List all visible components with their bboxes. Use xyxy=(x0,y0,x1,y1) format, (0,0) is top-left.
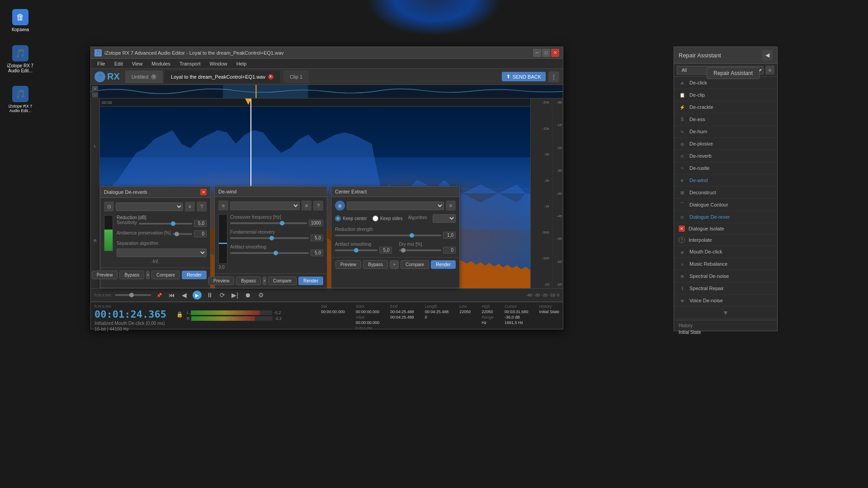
module-dialogue-contour[interactable]: ⌒ Dialogue Contour xyxy=(674,199,777,211)
module-spectral-repair[interactable]: ⌇ Spectral Repair xyxy=(674,282,777,295)
zoom-slider[interactable] xyxy=(115,294,151,296)
reduction-strength-thumb[interactable] xyxy=(410,233,414,238)
compare-btn-de-reverb[interactable]: Compare xyxy=(151,271,180,279)
menu-transport[interactable]: Transport xyxy=(176,60,204,67)
fundamental-thumb[interactable] xyxy=(269,236,274,240)
dewind-icon-btn[interactable]: ≡ xyxy=(218,201,228,211)
toolbar-extra-btn[interactable]: ⋮ xyxy=(548,71,559,82)
keep-center-radio[interactable] xyxy=(335,216,341,221)
module-deconstruct[interactable]: ⊞ Deconstruct xyxy=(674,187,777,199)
module-voice-de-noise[interactable]: ≋ Voice De-noise xyxy=(674,295,777,307)
tab-untitled[interactable]: Untitled ✕ xyxy=(125,70,163,83)
tab-main-close[interactable]: ✕ xyxy=(268,74,274,80)
sensitivity-slider[interactable] xyxy=(139,223,192,225)
desktop-icon-rx7-1[interactable]: 🎵 iZotope RX 7 Audio Edit... xyxy=(5,45,36,73)
artifact-slider-ce[interactable] xyxy=(335,249,377,251)
add-btn-dewind[interactable]: + xyxy=(263,277,266,285)
zoom-thumb[interactable] xyxy=(129,293,134,297)
prev-btn[interactable]: ◀ xyxy=(180,291,189,300)
ambience-slider[interactable] xyxy=(173,233,192,235)
snap-btn[interactable]: 📌 xyxy=(155,291,164,300)
sensitivity-thumb[interactable] xyxy=(171,221,175,226)
waveform-ctrl-1[interactable]: ✕ xyxy=(92,86,98,91)
crossover-thumb[interactable] xyxy=(280,221,284,225)
artifact-slider-dewind[interactable] xyxy=(230,252,309,254)
tab-main-file[interactable]: Loyal to the dream_PeakControl+EQ1.wav ✕ xyxy=(165,70,280,83)
module-de-crackle[interactable]: ⚡ De-crackle xyxy=(674,101,777,113)
keep-sides-radio[interactable] xyxy=(373,216,378,221)
preview-btn-ce[interactable]: Preview xyxy=(335,260,362,269)
tab-untitled-close[interactable]: ✕ xyxy=(151,74,156,80)
module-mouth-de-click[interactable]: ⌀ Mouth De-click xyxy=(674,246,777,258)
module-de-hum[interactable]: ∿ De-hum xyxy=(674,126,777,138)
next-btn[interactable]: ▶| xyxy=(231,291,240,300)
module-expand-btn[interactable]: ▼ xyxy=(674,307,777,319)
fundamental-slider[interactable] xyxy=(230,237,309,239)
desktop-icon-recycle[interactable]: 🗑 Корзина xyxy=(5,9,36,32)
preset-select-center-extract[interactable] xyxy=(347,202,444,210)
keep-center-label[interactable]: Keep center xyxy=(335,216,367,221)
loop-btn[interactable]: ⟳ xyxy=(218,291,227,300)
desktop-icon-rx7-2[interactable]: 🎵 iZotope RX 7Audio Edit... xyxy=(5,86,36,113)
artifact-thumb-ce[interactable] xyxy=(354,248,359,253)
render-btn-de-reverb[interactable]: Render xyxy=(182,271,207,279)
repair-back-btn[interactable]: ◀ xyxy=(762,50,773,61)
ambience-thumb[interactable] xyxy=(175,232,179,236)
module-spectral-de-noise[interactable]: ≋ Spectral De-noise xyxy=(674,270,777,282)
module-interpolate[interactable]: ? Interpolate xyxy=(674,235,777,246)
module-music-rebalance[interactable]: ♪ Music Rebalance xyxy=(674,258,777,270)
send-back-button[interactable]: ⬆ SEND BACK xyxy=(502,72,546,81)
preset-select-de-reverb[interactable] xyxy=(116,202,183,211)
go-start-btn[interactable]: ⏮ xyxy=(167,291,176,300)
module-de-rustle[interactable]: ~ De-rustle xyxy=(674,162,777,174)
menu-file[interactable]: File xyxy=(94,60,109,67)
close-button[interactable]: ✕ xyxy=(551,49,559,57)
render-btn-ce[interactable]: Render xyxy=(431,260,456,269)
menu-window[interactable]: Window xyxy=(206,60,231,67)
add-btn-ce[interactable]: + xyxy=(390,260,399,269)
maximize-button[interactable]: □ xyxy=(542,49,550,57)
panel-help-icon[interactable]: ? xyxy=(197,202,207,211)
module-de-reverb[interactable]: ⊂ De-reverb xyxy=(674,150,777,162)
bypass-btn-dewind[interactable]: Bypass xyxy=(236,277,261,285)
bypass-btn-de-reverb[interactable]: Bypass xyxy=(119,271,144,279)
dry-mix-slider[interactable] xyxy=(399,249,442,251)
compare-btn-ce[interactable]: Compare xyxy=(401,260,429,269)
render-btn-dewind[interactable]: Render xyxy=(298,277,323,285)
rec-btn[interactable]: ⏺ xyxy=(243,291,252,300)
preview-btn-dewind[interactable]: Preview xyxy=(208,277,235,285)
play-btn[interactable]: ▶ xyxy=(193,291,202,300)
dry-mix-thumb[interactable] xyxy=(401,248,406,253)
other-ctrl[interactable]: ⚙ xyxy=(258,291,265,300)
crossover-slider[interactable] xyxy=(230,222,307,224)
minimize-button[interactable]: ─ xyxy=(533,49,541,57)
module-de-wind[interactable]: ≡ De-wind xyxy=(674,174,777,187)
waveform-ctrl-2[interactable]: ─ xyxy=(92,92,98,98)
menu-help[interactable]: Help xyxy=(233,60,250,67)
panel-preset-icon[interactable]: ⊙ xyxy=(104,202,114,211)
center-extract-toggle[interactable]: ◉ xyxy=(335,201,345,211)
module-de-plosive[interactable]: ◎ De-plosive xyxy=(674,138,777,150)
center-extract-menu[interactable]: ≡ xyxy=(446,201,456,211)
module-de-clip[interactable]: 📋 De-clip xyxy=(674,89,777,101)
keep-sides-label[interactable]: Keep sides xyxy=(373,216,402,221)
module-de-ess[interactable]: S De-ess xyxy=(674,113,777,126)
menu-modules[interactable]: Modules xyxy=(148,60,174,67)
stop-btn[interactable]: ⏸ xyxy=(205,291,214,300)
module-dialogue-isolate[interactable]: ✕ Dialogue Isolate xyxy=(674,223,777,235)
tab-clip1[interactable]: Clip 1 xyxy=(283,70,309,83)
preview-btn-de-reverb[interactable]: Preview xyxy=(92,271,118,279)
panel-close-de-reverb[interactable]: ✕ xyxy=(200,189,207,195)
module-dialogue-de-rever[interactable]: ⊂ Dialogue De-rever xyxy=(674,211,777,223)
algo-select-de-reverb[interactable]: Individual channel Individual channel xyxy=(117,249,207,257)
add-btn-de-reverb[interactable]: + xyxy=(146,271,150,279)
preset-select-dewind[interactable] xyxy=(230,202,300,210)
artifact-thumb-dewind[interactable] xyxy=(274,251,278,255)
algo-select-ce[interactable] xyxy=(433,214,456,223)
reduction-strength-slider[interactable] xyxy=(335,235,441,236)
repair-assistant-header-btn[interactable]: Repair Assistant xyxy=(707,67,760,79)
dewind-help-icon[interactable]: ? xyxy=(313,201,323,211)
bypass-btn-ce[interactable]: Bypass xyxy=(363,260,388,269)
panel-menu-icon[interactable]: ≡ xyxy=(185,202,195,211)
compare-btn-dewind[interactable]: Compare xyxy=(268,277,297,285)
